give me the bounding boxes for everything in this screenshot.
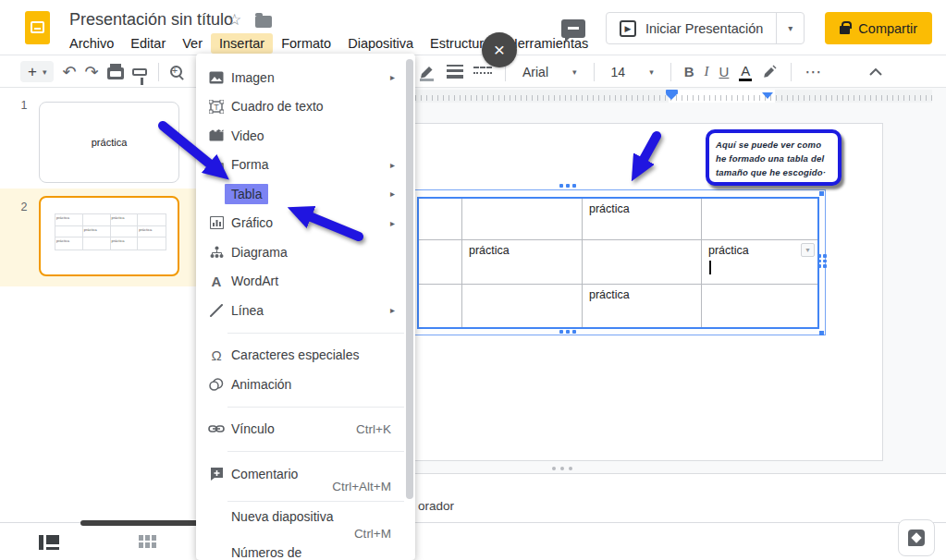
table-cell[interactable] (583, 240, 702, 285)
redo-icon[interactable]: ↷ (85, 64, 99, 80)
menu-formato[interactable]: Formato (273, 33, 339, 54)
table-cell[interactable]: práctica (583, 285, 702, 327)
table-resize-handle[interactable] (819, 191, 824, 196)
border-dash-icon[interactable] (473, 67, 492, 78)
highlight-color-icon[interactable] (762, 64, 778, 79)
menu-item-diagrama[interactable]: Diagrama (196, 237, 415, 267)
menu-item-animacion[interactable]: Animación (196, 370, 415, 399)
table-cell[interactable] (462, 285, 583, 327)
present-button[interactable]: ▶ Iniciar Presentación (607, 13, 776, 43)
special-characters-icon: Ω (208, 347, 225, 363)
border-color-icon[interactable] (418, 63, 436, 81)
table-cell[interactable]: práctica (583, 199, 702, 240)
bold-button[interactable]: B (684, 64, 694, 79)
table-drag-handle-top[interactable] (559, 184, 576, 188)
annotation-text: Aquí se puede ver como he formado una ta… (709, 133, 838, 184)
document-title[interactable]: Presentación sin título (69, 10, 233, 30)
shortcut-label: Ctrl+K (356, 422, 391, 436)
share-button[interactable]: Compartir (825, 12, 932, 44)
menu-item-wordart[interactable]: A WordArt (196, 267, 415, 297)
menu-item-tabla[interactable]: Tabla ▸ (196, 179, 415, 209)
menu-item-forma[interactable]: Forma ▸ (196, 151, 415, 180)
star-icon[interactable]: ☆ (227, 10, 241, 30)
grid-view-icon[interactable] (139, 535, 156, 548)
mini-cell (55, 226, 83, 238)
menu-insertar[interactable]: Insertar (211, 33, 273, 54)
menu-item-video[interactable]: Video (196, 121, 415, 151)
indent-marker-right[interactable] (762, 92, 773, 99)
collapse-toolbar-icon[interactable] (869, 63, 882, 79)
mini-cell: práctica (111, 237, 139, 250)
menu-item-vinculo[interactable]: Vínculo Ctrl+K (196, 415, 415, 444)
zoom-icon[interactable] (170, 66, 182, 78)
toolbar: + ▾ ↶ ↷ Arial ▾ 14 ▾ B I U A (0, 55, 946, 88)
table-cell[interactable] (702, 199, 817, 240)
paint-format-icon[interactable] (132, 68, 147, 76)
mini-cell (83, 237, 111, 250)
video-icon (208, 129, 225, 141)
menu-item-numeros-de[interactable]: Números de (196, 541, 415, 560)
menu-diapositiva[interactable]: Diapositiva (339, 33, 422, 54)
menu-item-grafico[interactable]: Gráfico ▸ (196, 209, 415, 238)
submenu-arrow-icon: ▸ (390, 189, 395, 199)
text-color-button[interactable]: A (739, 63, 752, 81)
menu-item-nueva-diapositiva[interactable]: Nueva diapositiva (196, 505, 415, 529)
submenu-arrow-icon: ▸ (390, 72, 395, 82)
table-cell[interactable] (419, 285, 462, 327)
image-icon (208, 71, 225, 84)
border-weight-icon[interactable] (447, 65, 463, 79)
underline-button[interactable]: U (719, 64, 730, 79)
menu-item-cuadro-de-texto[interactable]: T Cuadro de texto (196, 92, 415, 122)
menu-scrollbar[interactable] (406, 59, 413, 499)
table-drag-handle-bottom[interactable] (559, 330, 576, 334)
table-cell[interactable]: práctica (462, 240, 583, 285)
new-slide-button[interactable]: + ▾ (20, 61, 54, 82)
present-dropdown[interactable]: ▾ (776, 13, 804, 43)
italic-button[interactable]: I (705, 64, 709, 79)
toolbar-left: + ▾ ↶ ↷ (20, 55, 182, 88)
menu-item-comentario[interactable]: Comentario Ctrl+Alt+M (196, 459, 415, 498)
highlighted-label: Tabla (225, 184, 268, 204)
horizontal-scrollbar-thumb[interactable] (80, 520, 213, 526)
menu-item-linea[interactable]: Línea ▸ (196, 296, 415, 325)
notes-resize-dots[interactable] (552, 467, 572, 470)
explore-button[interactable] (898, 519, 935, 556)
close-icon[interactable]: × (482, 32, 517, 67)
print-icon[interactable] (107, 67, 124, 79)
filmstrip-view-icon[interactable] (39, 535, 59, 550)
undo-icon[interactable]: ↶ (62, 64, 76, 80)
speaker-notes-placeholder[interactable]: orador (418, 499, 454, 513)
mini-cell: práctica (138, 226, 166, 238)
table-drag-handle-right[interactable] (817, 254, 827, 268)
font-size-dropdown[interactable]: 14 ▾ (608, 65, 657, 79)
slide-thumbnail-1[interactable]: práctica (39, 102, 179, 183)
table-cell[interactable] (419, 199, 462, 240)
cell-dropdown-icon[interactable]: ▼ (801, 243, 815, 257)
table-cell[interactable] (419, 240, 462, 285)
menu-divider (227, 501, 404, 502)
menu-editar[interactable]: Editar (122, 33, 174, 54)
slide-table[interactable]: práctica práctica práctica ▼ práctica (417, 197, 819, 329)
table-resize-handle[interactable] (819, 331, 824, 335)
mini-cell (83, 214, 111, 226)
mini-cell: práctica (111, 214, 139, 226)
wordart-icon: A (208, 274, 225, 289)
menu-item-caracteres-especiales[interactable]: Ω Caracteres especiales (196, 341, 415, 371)
folder-icon[interactable] (255, 16, 272, 28)
menu-archivo[interactable]: Archivo (61, 33, 122, 54)
chevron-down-icon[interactable]: ▾ (43, 67, 47, 77)
shortcut-line: Ctrl+M (196, 529, 415, 541)
table-cell-active[interactable]: práctica ▼ (702, 240, 817, 285)
font-family-dropdown[interactable]: Arial ▾ (519, 65, 581, 79)
indent-marker-left[interactable] (666, 90, 678, 100)
slide-thumbnail-2[interactable]: práctica práctica práctica práctica prác… (39, 196, 179, 276)
mini-cell (138, 214, 166, 226)
slides-logo[interactable] (25, 11, 50, 44)
comments-icon[interactable] (561, 19, 585, 38)
menu-ver[interactable]: Ver (174, 33, 211, 54)
table-cell[interactable] (702, 285, 817, 327)
table-cell[interactable] (462, 199, 583, 240)
more-options-button[interactable]: ⋯ (805, 64, 821, 80)
font-family-value: Arial (522, 65, 548, 79)
menu-item-imagen[interactable]: Imagen ▸ (196, 63, 415, 92)
